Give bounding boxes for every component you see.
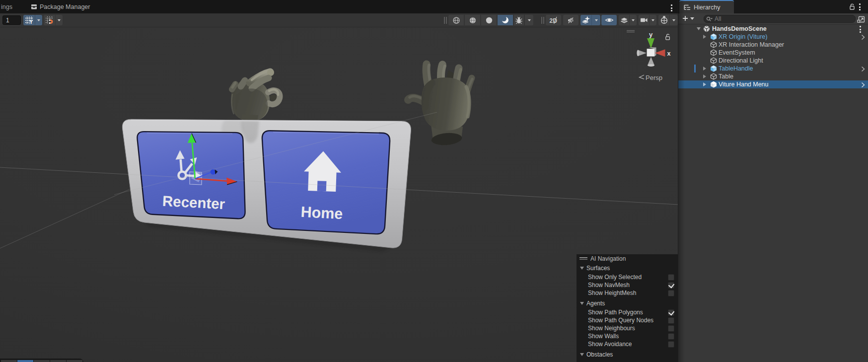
hierarchy-menu-kebab-icon[interactable] [859, 3, 861, 12]
dropdown-caret-icon [672, 19, 675, 21]
camera-settings-button[interactable] [639, 15, 649, 25]
y-axis-cone[interactable] [647, 38, 654, 49]
view-options-toolbar: 2D [540, 15, 678, 25]
checkbox[interactable] [668, 290, 674, 296]
popout-icon[interactable] [857, 15, 865, 23]
tool-segment-active[interactable] [17, 360, 33, 362]
shading-shaded-button[interactable] [481, 15, 497, 25]
package-manager-icon [31, 3, 37, 10]
toggle-show-path-query-nodes[interactable]: Show Path Query Nodes [577, 316, 678, 324]
tab-package-manager[interactable]: Package Manager [31, 0, 90, 13]
tab-hierarchy[interactable]: Hierarchy [679, 0, 734, 13]
hierarchy-scene-row[interactable]: HandsDemoScene [678, 25, 868, 33]
home-button[interactable]: Home [262, 131, 390, 234]
chevron-right-icon[interactable] [861, 66, 865, 72]
shading-wireframe-button[interactable] [448, 15, 464, 25]
x-axis-cone[interactable] [655, 49, 665, 57]
bottom-axis-cone[interactable] [648, 57, 654, 66]
checkbox[interactable] [668, 282, 674, 289]
tool-segment[interactable] [1, 360, 17, 362]
toggle-show-navmesh[interactable]: Show NavMesh [577, 281, 678, 289]
hierarchy-row-directional-light[interactable]: Directional Light [678, 57, 868, 65]
debug-draw-button[interactable] [514, 15, 524, 25]
foldout-agents[interactable]: Agents [577, 299, 678, 307]
snap-group [44, 15, 63, 25]
toggle-show-path-polygons[interactable]: Show Path Polygons [577, 308, 678, 316]
snap-increment-button[interactable] [44, 15, 55, 25]
right-hand-model[interactable] [408, 64, 472, 146]
hierarchy-row-xr-origin[interactable]: XR Origin (Viture) [678, 33, 868, 41]
grid-plane-dropdown[interactable] [630, 15, 637, 25]
scene-visibility-button[interactable] [601, 15, 617, 25]
checkbox[interactable] [668, 333, 674, 340]
dropdown-caret-icon [651, 19, 654, 21]
grid-plane-button[interactable] [619, 15, 629, 25]
foldout-down-icon [580, 353, 584, 356]
foldout-right-icon[interactable] [703, 82, 706, 86]
ai-navigation-header[interactable]: AI Navigation [577, 254, 678, 263]
persp-cone-icon [640, 75, 645, 79]
left-hand-model[interactable] [231, 69, 280, 121]
gizmos-dropdown[interactable] [670, 15, 678, 25]
add-object-button[interactable] [682, 15, 695, 22]
foldout-down-icon [580, 267, 584, 270]
foldout-obstacles[interactable]: Obstacles [577, 350, 678, 359]
grid-visibility-dropdown[interactable] [35, 15, 42, 25]
toggle-show-walls[interactable]: Show Walls [577, 332, 678, 340]
hierarchy-row-eventsystem[interactable]: EventSystem [678, 49, 868, 57]
grid-size-field[interactable] [2, 15, 21, 25]
tab-settings-partial[interactable]: ings [1, 3, 12, 10]
toolbar-drag-handle2[interactable] [541, 15, 544, 25]
window-menu-kebab-icon[interactable] [671, 4, 672, 13]
toggle-show-avoidance[interactable]: Show Avoidance [577, 340, 678, 348]
foldout-right-icon[interactable] [703, 74, 706, 78]
tool-segment[interactable] [34, 360, 50, 362]
axis-x-label[interactable]: x [667, 50, 671, 57]
audio-mute-button[interactable] [563, 15, 579, 25]
grid-visibility-button[interactable]: Y [23, 15, 35, 25]
tools-overlay-partial[interactable] [0, 359, 83, 362]
gizmo-center-cube[interactable] [647, 49, 654, 56]
checkbox[interactable] [668, 341, 674, 348]
hierarchy-row-xr-interaction-manager[interactable]: XR Interaction Manager [678, 41, 868, 49]
toolbar-drag-handle[interactable] [444, 15, 447, 25]
axis-y-label[interactable]: y [649, 31, 653, 38]
snap-dropdown[interactable] [56, 15, 63, 25]
tool-segment[interactable] [67, 360, 82, 362]
overlay-drag-handle[interactable] [627, 31, 635, 32]
scene-lighting-button[interactable] [498, 15, 513, 25]
hierarchy-search[interactable] [704, 15, 856, 23]
chevron-right-icon[interactable] [861, 34, 865, 40]
toggle-show-heightmesh[interactable]: Show HeightMesh [577, 289, 678, 297]
tool-segment[interactable] [50, 360, 66, 362]
effects-button[interactable] [580, 15, 591, 25]
toggle-show-neighbours[interactable]: Show Neighbours [577, 324, 678, 332]
lock-open-icon[interactable] [849, 3, 855, 10]
shaded-sphere-icon [485, 16, 493, 24]
foldout-right-icon[interactable] [703, 35, 706, 39]
prefab-cube-icon [710, 65, 717, 72]
2d-view-button[interactable]: 2D [546, 15, 561, 25]
checkbox[interactable] [668, 309, 674, 316]
checkbox[interactable] [668, 317, 674, 324]
gizmos-button[interactable] [658, 15, 669, 25]
foldout-surfaces[interactable]: Surfaces [577, 264, 678, 272]
hierarchy-row-table[interactable]: Table [678, 72, 868, 80]
projection-label[interactable]: Persp [646, 74, 662, 81]
toggle-show-only-selected[interactable]: Show Only Selected [577, 273, 678, 281]
camera-settings-dropdown[interactable] [650, 15, 656, 25]
hierarchy-row-tablehandle[interactable]: TableHandle [678, 65, 868, 72]
foldout-right-icon[interactable] [703, 67, 706, 71]
hierarchy-row-viture-hand-menu[interactable]: Viture Hand Menu [678, 80, 868, 88]
debug-draw-dropdown[interactable] [525, 15, 533, 25]
scene-viewport[interactable]: Recenter Home [0, 27, 678, 362]
foldout-down-icon[interactable] [697, 27, 701, 30]
checkbox[interactable] [668, 325, 674, 332]
chevron-right-icon[interactable] [861, 82, 865, 88]
search-input[interactable] [715, 15, 853, 22]
checkbox[interactable] [668, 274, 674, 281]
effects-dropdown[interactable] [592, 15, 600, 25]
lock-open-icon[interactable] [666, 34, 670, 40]
orientation-gizmo[interactable]: y x Persp [627, 31, 671, 82]
shading-shaded-wireframe-button[interactable] [465, 15, 480, 25]
